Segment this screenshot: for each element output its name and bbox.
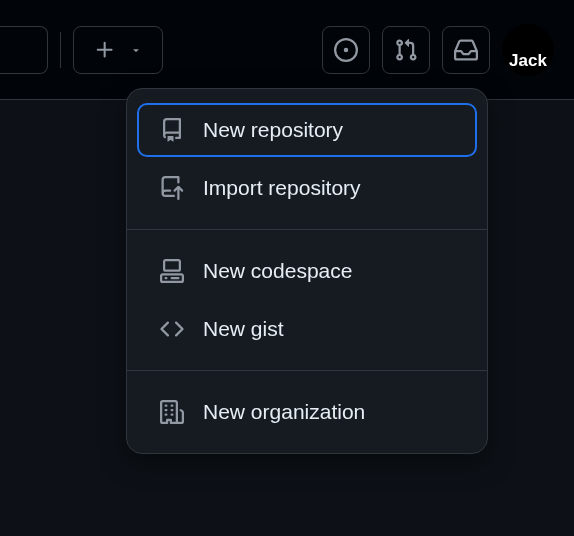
import-repository-item[interactable]: Import repository — [137, 161, 477, 215]
dropdown-group: New codespace New gist — [127, 229, 487, 370]
git-pull-request-icon — [394, 38, 418, 62]
dropdown-group: New organization — [127, 370, 487, 453]
pull-requests-button[interactable] — [382, 26, 430, 74]
new-button[interactable] — [73, 26, 163, 74]
new-dropdown-menu: New repository Import repository New cod… — [126, 88, 488, 454]
partial-header-button[interactable] — [0, 26, 48, 74]
repo-icon — [159, 117, 185, 143]
dropdown-item-label: New organization — [203, 400, 365, 424]
avatar-label: Jack — [509, 51, 547, 71]
new-repository-item[interactable]: New repository — [137, 103, 477, 157]
issue-opened-icon — [334, 38, 358, 62]
issues-button[interactable] — [322, 26, 370, 74]
triangle-down-icon — [130, 44, 142, 56]
dropdown-item-label: New codespace — [203, 259, 352, 283]
code-icon — [159, 316, 185, 342]
new-codespace-item[interactable]: New codespace — [137, 244, 477, 298]
plus-icon — [94, 39, 116, 61]
dropdown-item-label: New repository — [203, 118, 343, 142]
avatar[interactable]: Jack — [502, 24, 554, 76]
notifications-button[interactable] — [442, 26, 490, 74]
organization-icon — [159, 399, 185, 425]
new-gist-item[interactable]: New gist — [137, 302, 477, 356]
dropdown-item-label: New gist — [203, 317, 284, 341]
inbox-icon — [454, 38, 478, 62]
header-divider — [60, 32, 61, 68]
codespaces-icon — [159, 258, 185, 284]
new-organization-item[interactable]: New organization — [137, 385, 477, 439]
dropdown-item-label: Import repository — [203, 176, 361, 200]
repo-push-icon — [159, 175, 185, 201]
dropdown-group: New repository Import repository — [127, 89, 487, 229]
